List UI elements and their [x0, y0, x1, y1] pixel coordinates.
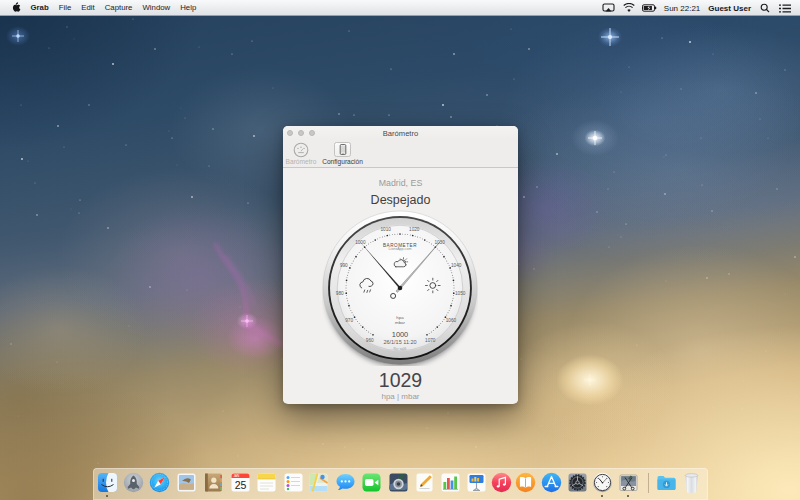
- svg-text:960: 960: [366, 338, 374, 343]
- svg-text:1030: 1030: [434, 240, 445, 245]
- svg-text:980: 980: [336, 291, 344, 296]
- svg-text:26/1/15 11:20: 26/1/15 11:20: [383, 339, 416, 345]
- svg-text:970: 970: [345, 318, 353, 323]
- svg-text:1040: 1040: [451, 263, 462, 268]
- svg-text:1010: 1010: [381, 227, 392, 232]
- svg-text:Rcr sa06: Rcr sa06: [394, 347, 407, 351]
- svg-text:990: 990: [340, 263, 348, 268]
- svg-text:hpa: hpa: [396, 315, 404, 320]
- svg-text:LionsApp.com: LionsApp.com: [389, 247, 412, 251]
- svg-text:1060: 1060: [446, 318, 457, 323]
- svg-text:JAN: JAN: [233, 474, 239, 478]
- svg-text:1020: 1020: [409, 227, 420, 232]
- svg-text:mbar: mbar: [395, 320, 406, 325]
- svg-text:1050: 1050: [455, 291, 466, 296]
- svg-text:1070: 1070: [425, 338, 436, 343]
- svg-text:25: 25: [234, 479, 246, 491]
